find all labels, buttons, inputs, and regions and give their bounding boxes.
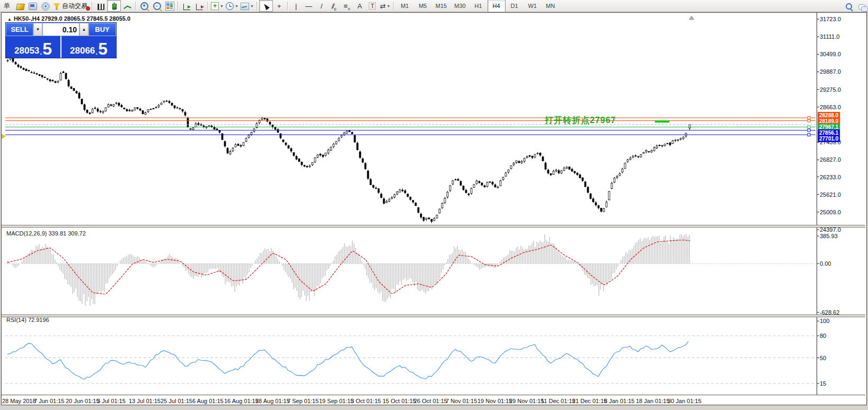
rsi-line xyxy=(7,342,688,379)
line-handle[interactable] xyxy=(808,117,810,119)
rsi-pane-separator[interactable] xyxy=(2,315,865,317)
pivot-annotation-text[interactable]: 打开转折点27967 xyxy=(545,115,616,126)
cursor-button[interactable] xyxy=(259,0,273,12)
tf-h1[interactable]: H1 xyxy=(470,0,488,12)
chat-icon xyxy=(858,4,865,10)
trendline-button[interactable]: / xyxy=(315,1,328,11)
price-tick-label: 26827.0 xyxy=(820,156,841,163)
text-label-button[interactable]: T xyxy=(366,1,379,11)
toolbar: 单自动交易+-+▼▼▼+|—///E≡FAT⇄▼M1M5M15M30H1H4D1… xyxy=(0,0,868,12)
dropdown-arrow-icon[interactable]: ▼ xyxy=(235,4,238,8)
candlestick-series xyxy=(7,57,690,223)
collapse-icon[interactable]: ▲ xyxy=(7,17,12,22)
terminal-icon xyxy=(29,3,37,10)
price-tick-label: 26233.0 xyxy=(820,174,841,180)
orders-label[interactable]: 单 xyxy=(0,1,14,11)
search-icon xyxy=(846,3,852,10)
buy-button[interactable]: BUY xyxy=(88,23,116,36)
rsi-scale-label: 100 xyxy=(820,318,829,324)
line-chart-icon[interactable] xyxy=(121,1,134,11)
date-tick-label: 7 Nov 01:15 xyxy=(446,398,477,404)
macd-pane-separator[interactable] xyxy=(2,225,865,228)
tf-m5[interactable]: M5 xyxy=(414,0,432,12)
buy-price[interactable]: 28066.5 xyxy=(61,36,116,58)
tf-w1[interactable]: W1 xyxy=(524,0,542,12)
toolbar-separator xyxy=(207,2,208,10)
chart-shift-icon[interactable] xyxy=(193,1,206,11)
sell-button[interactable]: SELL xyxy=(6,23,33,36)
macd-histogram xyxy=(7,234,689,306)
price-axis-separator xyxy=(817,13,817,396)
price-tick-label: 29887.0 xyxy=(820,68,841,75)
candlestick-chart-icon xyxy=(110,2,118,10)
volume-up-button[interactable]: ▲ xyxy=(79,23,88,36)
volume-down-button[interactable]: ▼ xyxy=(33,23,42,36)
chart-shift-marker[interactable] xyxy=(689,16,694,20)
rsi-scale-label: 50 xyxy=(820,355,826,361)
tf-d1[interactable]: D1 xyxy=(506,0,524,12)
dropdown-arrow-icon[interactable]: ▼ xyxy=(220,4,224,8)
dropdown-arrow-icon[interactable]: ▼ xyxy=(387,4,391,8)
dropdown-arrow-icon[interactable]: ▼ xyxy=(250,4,254,8)
hline-button[interactable]: — xyxy=(303,1,315,11)
line-handle[interactable] xyxy=(808,126,810,128)
date-tick-label: 19 Nov 01:15 xyxy=(477,398,512,404)
line-handle[interactable] xyxy=(808,129,810,132)
tf-m1[interactable]: M1 xyxy=(396,0,414,12)
date-axis-separator xyxy=(2,395,865,396)
date-tick-label: 11 Dec 01:15 xyxy=(541,398,575,404)
autotrading-button-text: 自动交易 xyxy=(60,2,89,11)
terminal-icon[interactable] xyxy=(26,1,39,11)
resistance-line-2[interactable] xyxy=(5,119,816,122)
chat-icon[interactable] xyxy=(855,1,868,11)
line-handle[interactable] xyxy=(808,119,810,122)
text-label-button: T xyxy=(369,2,376,10)
volume-input[interactable] xyxy=(43,23,79,36)
auto-scroll-icon[interactable] xyxy=(180,1,193,11)
fibonacci-button[interactable]: ≡F xyxy=(341,1,353,11)
date-tick-label: 25 Jul 01:15 xyxy=(161,398,192,404)
zoom-out-icon[interactable]: - xyxy=(150,1,163,11)
templates-button[interactable]: ▼ xyxy=(240,1,255,11)
text-button[interactable]: A xyxy=(353,1,366,11)
price-tick-label: 25009.0 xyxy=(820,209,841,215)
sell-price[interactable]: 28053.5 xyxy=(6,36,60,58)
candlestick-chart-icon[interactable] xyxy=(107,0,121,12)
autotrading-button[interactable]: 自动交易 xyxy=(52,1,90,11)
date-tick-label: 7 Jun 01:15 xyxy=(34,398,65,404)
tf-h4[interactable]: H4 xyxy=(488,0,506,12)
support-line-1[interactable] xyxy=(5,129,816,132)
current-candle xyxy=(689,125,690,128)
zoom-in-icon[interactable]: + xyxy=(138,1,150,11)
date-tick-label: 15 Oct 01:15 xyxy=(383,398,416,404)
new-order-icon[interactable] xyxy=(14,1,26,11)
new-chart-button[interactable]: +▼ xyxy=(210,1,225,11)
periods-button[interactable]: ▼ xyxy=(225,1,240,11)
toolbar-separator xyxy=(393,2,394,10)
support-line-2[interactable] xyxy=(5,134,816,136)
tf-m30[interactable]: M30 xyxy=(450,0,469,12)
search-icon[interactable] xyxy=(843,1,855,11)
bar-chart-icon[interactable] xyxy=(94,1,107,11)
price-tick-label: 24397.0 xyxy=(820,226,841,233)
crosshair-button[interactable]: + xyxy=(273,1,286,11)
date-tick-label: 3 Oct 01:15 xyxy=(351,398,381,404)
vline-button[interactable]: | xyxy=(290,1,303,11)
price-tick-label: 31723.0 xyxy=(820,16,841,22)
pivot-line[interactable] xyxy=(5,126,816,128)
signals-icon[interactable] xyxy=(39,1,52,11)
green-trend-segment[interactable] xyxy=(655,120,669,123)
date-tick-label: 19 Sep 01:15 xyxy=(319,398,353,404)
resistance-line-1[interactable] xyxy=(5,117,816,119)
chart-canvas[interactable] xyxy=(0,0,868,410)
channel-button[interactable]: //E xyxy=(328,1,341,11)
tile-windows-icon[interactable] xyxy=(163,1,176,11)
sub-letter: E xyxy=(334,7,337,11)
line-handle[interactable] xyxy=(808,134,810,136)
arrows-button[interactable]: ⇄▼ xyxy=(379,1,392,11)
hline-button: — xyxy=(305,2,312,10)
date-tick-label: 28 May 2018 xyxy=(2,398,36,404)
tf-mn[interactable]: MN xyxy=(542,0,560,12)
tf-m15[interactable]: M15 xyxy=(432,0,450,12)
date-tick-label: 28 Aug 01:15 xyxy=(255,398,290,404)
